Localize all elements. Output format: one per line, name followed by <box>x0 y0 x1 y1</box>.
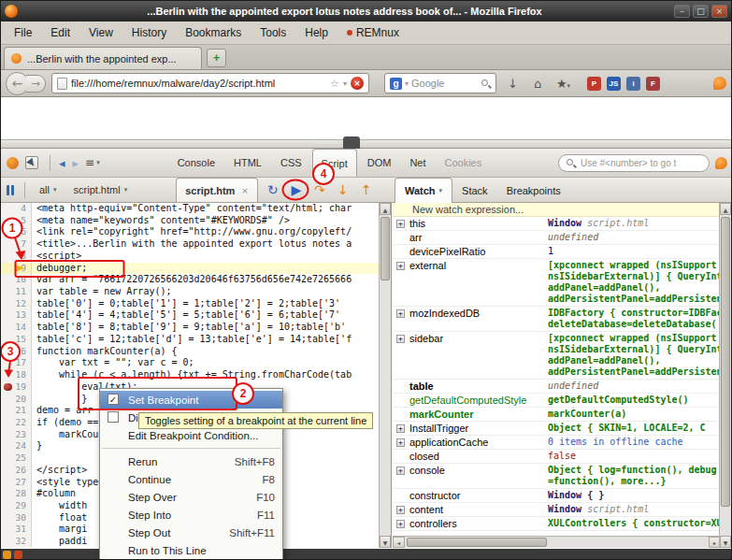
continue-button[interactable]: ▶ <box>288 182 305 197</box>
new-watch-expression[interactable]: New watch expression... <box>393 203 721 217</box>
expander-plus-icon[interactable]: + <box>396 506 405 514</box>
line-number-gutter[interactable]: 12 <box>1 298 32 310</box>
line-number-gutter[interactable]: 22 <box>1 417 32 429</box>
expander-plus-icon[interactable]: + <box>396 438 405 447</box>
addon-icon-f[interactable]: F <box>646 77 660 91</box>
watch-scrollbar-thumb[interactable] <box>721 217 730 507</box>
home-button[interactable]: ⌂ <box>529 77 547 91</box>
watch-name[interactable]: table <box>408 380 546 393</box>
watch-name[interactable]: external <box>408 259 546 272</box>
menu-item-set-breakpoint[interactable]: ✓Set Breakpoint <box>100 391 282 409</box>
watch-value[interactable]: 0 items in offline cache <box>546 436 721 449</box>
watch-name[interactable]: getDefaultComputedStyle <box>408 394 546 407</box>
line-text[interactable]: if (demo == <box>32 417 98 429</box>
menu-item-rerun[interactable]: RerunShift+F8 <box>100 452 282 470</box>
file-tab-close-icon[interactable]: × <box>241 186 249 195</box>
line-number-gutter[interactable]: 11 <box>1 286 32 298</box>
tab-script[interactable]: Script <box>312 149 357 177</box>
line-number-gutter[interactable]: 4 <box>1 203 32 215</box>
script-location-dropdown[interactable]: script.html▾ <box>70 182 132 197</box>
line-number-gutter[interactable]: 26 <box>1 465 32 477</box>
line-text[interactable]: table['4'] = 4;table['5'] = 5;table['6']… <box>32 309 340 322</box>
line-text[interactable]: debugger; <box>32 263 87 275</box>
watch-value[interactable]: undefined <box>546 380 721 393</box>
break-on-next-button[interactable] <box>7 185 14 195</box>
tab-html[interactable]: HTML <box>225 149 270 177</box>
tab-net[interactable]: Net <box>401 149 434 177</box>
menu-edit[interactable]: Edit <box>41 22 79 43</box>
watch-name[interactable]: arr <box>408 231 546 244</box>
line-number-gutter[interactable]: 29 <box>1 500 32 512</box>
watch-value[interactable]: Window script.html <box>546 503 721 516</box>
downloads-button[interactable]: ↓ <box>504 77 522 91</box>
watch-name[interactable]: console <box>408 464 546 477</box>
line-number-gutter[interactable]: 6 <box>1 226 32 238</box>
line-text[interactable]: width <box>32 500 87 512</box>
tab-css[interactable]: CSS <box>272 149 310 177</box>
menu-item-run-to-this-line[interactable]: Run to This Line <box>100 541 282 559</box>
addon-icon-js[interactable]: JS <box>607 77 621 91</box>
menu-file[interactable]: File <box>5 22 41 43</box>
addon-icon-i[interactable]: i <box>626 77 640 91</box>
line-text[interactable]: var table = new Array(); <box>32 286 172 298</box>
history-back-icon[interactable]: ◂ <box>55 156 69 170</box>
window-titlebar[interactable]: ...Berlin with the appointed export lotu… <box>1 1 731 22</box>
watch-value[interactable]: undefined <box>546 231 721 244</box>
line-number-gutter[interactable]: 19 <box>1 381 32 394</box>
url-text[interactable]: file:///home/remnux/malware/day2/script.… <box>71 78 326 89</box>
watch-value[interactable]: Object { log=function(), debug=function(… <box>546 464 721 488</box>
tab-dom[interactable]: DOM <box>359 149 400 177</box>
line-text[interactable]: while (c < a.length) {txt += String.from… <box>32 369 352 381</box>
menu-bookmarks[interactable]: Bookmarks <box>176 22 251 43</box>
expander-plus-icon[interactable]: + <box>396 309 405 318</box>
status-icon-2[interactable] <box>14 551 22 559</box>
scroll-up-icon[interactable]: ▲ <box>380 203 391 215</box>
line-number-gutter[interactable]: 20 <box>1 394 32 406</box>
watch-name[interactable]: closed <box>408 450 546 463</box>
line-number-gutter[interactable]: 15 <box>1 334 32 346</box>
line-number-gutter[interactable]: 21 <box>1 405 32 417</box>
scroll-down-icon[interactable]: ▼ <box>720 536 731 548</box>
status-icon-1[interactable] <box>3 551 11 559</box>
breakpoint-dot-icon[interactable] <box>4 383 12 392</box>
line-number-gutter[interactable]: 28 <box>1 488 32 500</box>
panel-list-icon[interactable]: ≡▾ <box>82 156 103 169</box>
scroll-up-icon[interactable]: ▲ <box>720 203 731 215</box>
line-number-gutter[interactable]: 17 <box>1 357 32 369</box>
menu-remnux[interactable]: REMnux <box>337 22 409 43</box>
line-text[interactable]: demo = arr <box>32 405 93 417</box>
watch-value[interactable]: getDefaultComputedStyle() <box>546 394 721 407</box>
line-number-gutter[interactable]: 7 <box>1 238 32 251</box>
line-text[interactable]: <script> <box>32 251 81 263</box>
line-text[interactable]: <link rel="copyright" href="http://www.g… <box>32 226 352 238</box>
watch-value[interactable]: XULControllers { constructor=XU <box>546 517 721 530</box>
source-scrollbar[interactable]: ▲ ▼ <box>379 203 391 548</box>
watch-name[interactable]: this <box>408 217 546 230</box>
bookmarks-menu-button[interactable]: ★▾ <box>554 77 572 91</box>
history-forward-icon[interactable]: ▸ <box>69 156 83 170</box>
line-text[interactable]: } <box>32 440 42 452</box>
watch-hscrollbar-thumb[interactable] <box>407 538 547 547</box>
expander-plus-icon[interactable]: + <box>396 467 405 475</box>
watch-name[interactable]: content <box>408 503 546 516</box>
watch-value[interactable]: markCounter(a) <box>546 408 721 421</box>
expander-plus-icon[interactable]: + <box>396 220 405 228</box>
line-text[interactable]: var arr = "76617220726566203d20646f63756… <box>32 274 352 286</box>
line-text[interactable]: #column <box>32 488 81 500</box>
line-number-gutter[interactable]: 24 <box>1 440 32 452</box>
firebug-menu-icon[interactable] <box>7 157 19 169</box>
line-number-gutter[interactable]: 13 <box>1 309 32 322</box>
line-number-gutter[interactable]: 32 <box>1 536 32 548</box>
magnifier-icon[interactable] <box>481 79 491 89</box>
menu-view[interactable]: View <box>79 22 122 43</box>
line-text[interactable]: </script> <box>32 465 87 477</box>
minimize-button[interactable]: – <box>674 5 690 18</box>
watch-name[interactable]: devicePixelRatio <box>408 245 546 258</box>
url-bar[interactable]: file:///home/remnux/malware/day2/script.… <box>51 73 369 93</box>
line-number-gutter[interactable]: 14 <box>1 322 32 334</box>
firebug-splitter[interactable] <box>1 139 731 149</box>
watch-value[interactable]: Window { } <box>546 489 721 502</box>
watch-name[interactable]: sidebar <box>408 332 546 345</box>
line-number-gutter[interactable]: 30 <box>1 512 32 524</box>
line-text[interactable]: } <box>32 394 87 406</box>
